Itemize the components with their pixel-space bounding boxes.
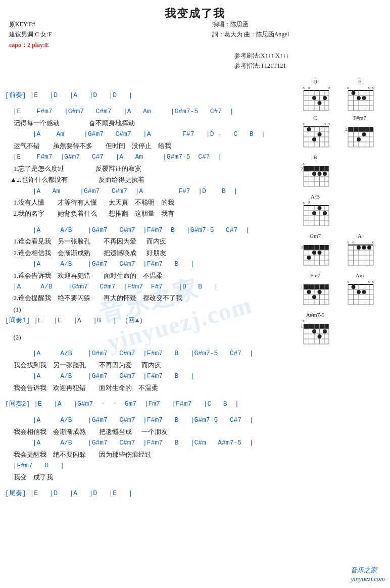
chord-line: |F#m7 B | (5, 460, 289, 471)
svg-text:2: 2 (308, 200, 310, 205)
lyric-line: 1.谁会看见我 另一张脸孔 不再因为爱 而内疚 (5, 236, 289, 247)
svg-text:o: o (372, 239, 375, 244)
lyric-line: (1) (5, 304, 289, 315)
svg-text:o: o (328, 85, 330, 90)
chord-row-1: D x o o (295, 78, 388, 113)
svg-point-30 (362, 96, 366, 100)
svg-text:o: o (324, 121, 326, 126)
svg-text:x: x (303, 318, 305, 323)
lyric-line: 运气不错 虽然要得不多 但时间 没停止 给我 (5, 140, 289, 151)
chord-row-3: B 2 x (295, 154, 388, 191)
chord-Fsm7: F#m7 2 (339, 115, 380, 152)
chord-line: |A A/B |G#m7 C#m7 |F#m7 B | (5, 259, 289, 269)
svg-point-11 (312, 96, 316, 100)
spacer (5, 410, 289, 415)
chord-line: |A Am |G#m7 C#m7 |A F#7 |D B | (5, 186, 289, 197)
chord-line: |E F#m7 |G#m7 C#m7 |A Am |G#m7-5 C#7 | (5, 106, 289, 117)
chord-line: |A A/B |G#m7 C#m7 |F#m7 B |G#m7-5 C#7 | (5, 415, 289, 425)
svg-point-78 (318, 172, 322, 176)
chord-A: A x o o (339, 233, 380, 270)
capo-label: capo：2 play:E (9, 40, 52, 50)
ref-strum-section: 参考刷法:X↑↓↑ X↑↓↓ 参考指法:T121T121 (234, 51, 289, 71)
svg-point-63 (357, 137, 361, 141)
svg-point-29 (357, 96, 361, 100)
svg-point-45 (307, 127, 311, 131)
svg-point-124 (362, 246, 366, 250)
chord-E: E o o o (339, 78, 380, 113)
chord-Ashm75: A#m7-5 1 x (295, 312, 336, 349)
strum-label: 参考刷法:X↑↓↑ X↑↓↓ (234, 51, 289, 61)
svg-text:o: o (328, 121, 330, 126)
lyric-line: 1.没有人懂 才等待有人懂 太天真 不聪明 的我 (5, 197, 289, 208)
chord-line: |A A/B |G#m7 C#m7 |F#m7 B | (5, 371, 289, 381)
brand-label: 音乐之家yinyuezj.com (351, 566, 385, 583)
words-label: 詞：葛大为 曲：陈思函Angel (212, 29, 289, 39)
svg-point-155 (352, 285, 356, 289)
svg-point-79 (323, 172, 327, 176)
svg-text:2: 2 (345, 127, 348, 132)
singer-label: 演唱：陈思函 (212, 19, 289, 29)
lyric-line: 1.谁会告诉我 欢迎再犯错 面对生命的 不温柔 (5, 270, 289, 281)
finger-label: 参考指法:T121T121 (234, 61, 289, 71)
svg-point-93 (318, 206, 322, 210)
chord-line: |A Am |G#m7 C#m7 |A F#7 |D - C B | (5, 129, 289, 139)
spacer (5, 327, 289, 332)
svg-point-109 (307, 256, 311, 260)
svg-point-111 (318, 251, 322, 255)
svg-point-143 (318, 290, 322, 294)
svg-point-12 (318, 101, 322, 105)
chord-Fm7: Fm7 1 (295, 272, 336, 310)
svg-point-175 (323, 329, 327, 333)
svg-point-142 (312, 295, 316, 299)
chord-line: |A A/B |G#m7 C#m7 |F#m7 B |G#m7-5 C#7 | (5, 225, 289, 235)
svg-text:x: x (303, 161, 305, 166)
spacer (5, 483, 289, 488)
chord-row-5: Gm7 3 A (295, 233, 388, 270)
lyric-line: 我变 成了我 (5, 472, 289, 482)
chord-row-6: Fm7 1 Am (295, 272, 388, 310)
chord-line: |A A/B |G#m7 C#m7 |F#m7 F#7 |D B | (5, 281, 289, 292)
chord-Gm7: Gm7 3 (295, 233, 336, 270)
svg-text:o: o (308, 85, 310, 90)
chord-row-7: A#m7-5 1 x (295, 312, 388, 349)
svg-point-110 (312, 251, 316, 255)
spacer (5, 343, 289, 348)
spacer (5, 101, 289, 106)
svg-point-28 (352, 91, 356, 95)
svg-point-157 (362, 290, 366, 294)
svg-point-13 (323, 96, 327, 100)
lyric-line: 我会相信我 会渐渐成熟 把遗憾当成 一个朋友 (5, 426, 289, 437)
lyric-line: 2.谁会相信我 会渐渐成熟 把遗憾唤成 好朋友 (5, 248, 289, 258)
chord-row-2: C x o o F#m7 (295, 115, 388, 152)
svg-text:x: x (347, 239, 350, 244)
spacer (5, 394, 289, 399)
suggest-label: 建议男调:C 女:F (9, 29, 52, 39)
chord-line: [前奏] |E |D |A |D |D | (5, 90, 289, 101)
lyric-line: 记得每一个感动 奋不顾身地挥动 (5, 118, 289, 128)
chord-line: [间奏2] |E |A |G#m7 - - Gm7 |Fm7 |F#m7 |C … (5, 399, 289, 409)
chord-B: B 2 x (295, 154, 336, 191)
chord-D: D x o o (295, 78, 336, 113)
spacer (5, 220, 289, 225)
svg-point-64 (362, 132, 366, 136)
lyric-line: 1.忘了是怎么度过 反覆辩证的寂寞 (5, 163, 289, 174)
svg-point-94 (323, 211, 327, 215)
chord-line: |E F#m7 |G#m7 C#7 |A Am |G#m7-5 C#7 | (5, 152, 289, 162)
chord-C: C x o o (295, 115, 336, 152)
svg-point-46 (312, 137, 316, 141)
lyric-line: 2.谁会提醒我 绝不要闪躲 再大的怀疑 都改变不了我 (5, 292, 289, 303)
chord-row-4: A/B x 2 (295, 193, 388, 231)
svg-text:x: x (347, 279, 350, 284)
svg-text:x: x (303, 85, 305, 90)
svg-text:o: o (347, 85, 350, 90)
chord-line: [间奏1] |E |E |A |B | (回▲) (5, 315, 289, 326)
meta-right: 演唱：陈思函 詞：葛大为 曲：陈思函Angel (212, 19, 289, 40)
chord-AB: A/B x 2 (295, 193, 336, 231)
svg-point-92 (312, 211, 316, 215)
svg-text:o: o (368, 85, 371, 90)
svg-text:2: 2 (301, 166, 303, 171)
page-title: 我变成了我 (0, 0, 390, 24)
svg-text:x: x (303, 121, 305, 126)
svg-text:1: 1 (301, 324, 303, 329)
lyric-line: 2.我的名字 她背负着什么 想推翻 这胆量 我有 (5, 208, 289, 219)
